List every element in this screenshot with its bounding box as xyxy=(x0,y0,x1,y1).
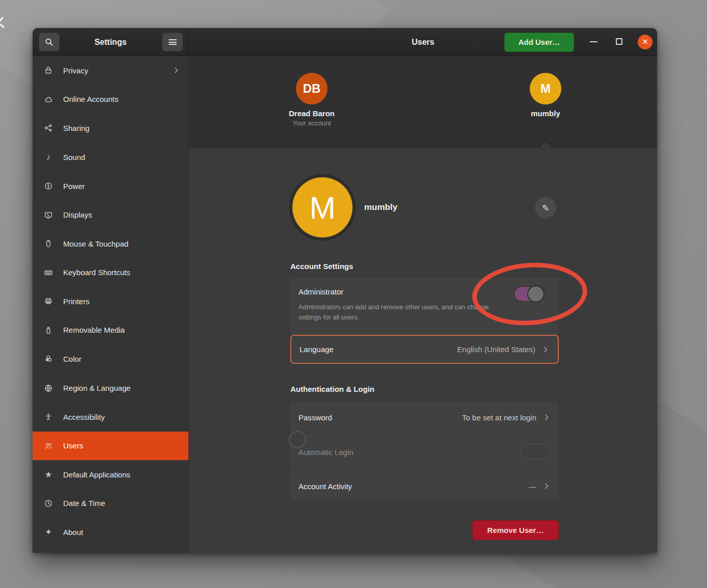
avatar: M xyxy=(292,177,352,237)
settings-sidebar: Privacy Online Accounts Sharing ♪ Sound xyxy=(33,56,189,553)
automatic-login-toggle[interactable] xyxy=(521,444,551,460)
hamburger-icon xyxy=(169,39,177,45)
sidebar-item-label: Sound xyxy=(63,153,85,162)
sidebar-item-color[interactable]: Color xyxy=(33,344,188,373)
settings-window: Settings Users Add User… ✕ Privacy xyxy=(33,28,657,553)
cloud-icon xyxy=(42,95,55,104)
automatic-login-label: Automatic Login xyxy=(298,448,354,457)
add-user-button[interactable]: Add User… xyxy=(504,33,574,52)
star-icon: ★ xyxy=(42,469,55,480)
user-detail-name: mumbly xyxy=(364,202,397,212)
sidebar-item-displays[interactable]: Displays xyxy=(33,201,188,230)
sidebar-item-keyboard-shortcuts[interactable]: Keyboard Shortcuts xyxy=(33,258,188,287)
sidebar-item-label: Default Applications xyxy=(63,470,130,479)
main-headerbar: Users Add User… ✕ xyxy=(189,28,657,56)
account-activity-row[interactable]: Account Activity — xyxy=(290,472,559,500)
sidebar-item-removable-media[interactable]: Removable Media xyxy=(33,316,188,345)
sidebar-item-label: Users xyxy=(63,441,83,450)
users-panel: DB Dread Baron Your account M mumbly M m… xyxy=(189,56,657,553)
sparkle-icon: ✦ xyxy=(42,527,55,538)
lock-icon xyxy=(42,66,55,75)
language-value: English (United States) xyxy=(457,345,535,354)
sidebar-item-label: Color xyxy=(63,355,81,363)
automatic-login-row: Automatic Login xyxy=(290,432,559,472)
chevron-right-icon xyxy=(172,66,180,74)
language-row[interactable]: Language English (United States) xyxy=(290,335,559,364)
globe-icon xyxy=(42,384,55,393)
administrator-card: Administrator Administrators can add and… xyxy=(290,278,559,335)
sidebar-item-power[interactable]: Power xyxy=(33,172,188,201)
toggle-knob xyxy=(527,285,545,303)
users-icon xyxy=(42,441,55,450)
user-carousel: DB Dread Baron Your account M mumbly xyxy=(189,56,657,148)
language-label: Language xyxy=(300,345,334,354)
sidebar-item-sound[interactable]: ♪ Sound xyxy=(33,143,188,172)
maximize-button[interactable] xyxy=(616,38,622,45)
account-settings-heading: Account Settings xyxy=(290,262,353,271)
sidebar-item-date-time[interactable]: Date & Time xyxy=(33,489,188,518)
user-chip-mumbly[interactable]: M mumbly xyxy=(505,73,586,118)
authentication-heading: Authentication & Login xyxy=(290,385,374,393)
color-icon xyxy=(42,354,55,363)
sidebar-item-label: Accessibility xyxy=(63,413,105,421)
minimize-button[interactable] xyxy=(590,41,597,42)
chevron-right-icon xyxy=(542,482,551,490)
sidebar-item-accessibility[interactable]: Accessibility xyxy=(33,403,188,432)
authentication-card: Password To be set at next login Automat… xyxy=(290,403,559,500)
sidebar-item-sharing[interactable]: Sharing xyxy=(33,114,188,143)
rename-user-button[interactable]: ✎ xyxy=(534,197,557,219)
sidebar-item-label: Keyboard Shortcuts xyxy=(63,268,130,277)
user-avatar-button[interactable]: M xyxy=(289,174,356,240)
usb-drive-icon xyxy=(42,326,55,335)
avatar: DB xyxy=(296,73,328,104)
mouse-icon xyxy=(42,239,55,248)
sidebar-item-online-accounts[interactable]: Online Accounts xyxy=(33,85,188,114)
sidebar-item-label: Sharing xyxy=(63,124,90,132)
desktop-cursor-artifact xyxy=(0,17,9,28)
user-name: mumbly xyxy=(531,109,560,118)
chevron-right-icon xyxy=(541,345,550,354)
administrator-toggle[interactable] xyxy=(514,286,543,302)
remove-user-button[interactable]: Remove User… xyxy=(472,520,559,540)
sidebar-item-label: Removable Media xyxy=(63,326,125,334)
sidebar-item-label: Displays xyxy=(63,210,92,219)
sidebar-item-about[interactable]: ✦ About xyxy=(33,518,188,547)
printer-icon xyxy=(42,297,55,306)
close-button[interactable]: ✕ xyxy=(638,35,652,49)
sidebar-item-mouse-touchpad[interactable]: Mouse & Touchpad xyxy=(33,229,188,258)
user-name: Dread Baron xyxy=(289,109,335,118)
avatar: M xyxy=(530,73,561,104)
sidebar-item-privacy[interactable]: Privacy xyxy=(33,56,188,85)
administrator-description: Administrators can add and remove other … xyxy=(298,302,502,323)
music-note-icon: ♪ xyxy=(42,152,55,163)
sidebar-item-region-language[interactable]: Region & Language xyxy=(33,374,188,403)
account-activity-value: — xyxy=(529,482,536,491)
sidebar-item-label: About xyxy=(63,528,83,537)
share-icon xyxy=(42,123,55,132)
primary-menu-button[interactable] xyxy=(162,33,183,51)
administrator-label: Administrator xyxy=(298,287,343,296)
sidebar-item-users[interactable]: Users xyxy=(33,432,188,461)
avatar-initials: M xyxy=(540,82,551,96)
password-value: To be set at next login xyxy=(462,413,536,422)
password-row[interactable]: Password To be set at next login xyxy=(290,403,559,432)
user-chip-your-account[interactable]: DB Dread Baron Your account xyxy=(271,73,352,127)
toggle-knob xyxy=(289,431,306,448)
sidebar-item-label: Date & Time xyxy=(63,499,105,507)
power-icon xyxy=(42,181,55,191)
accessibility-icon xyxy=(42,412,55,421)
avatar-initials: DB xyxy=(303,82,321,96)
password-label: Password xyxy=(298,413,332,422)
sidebar-headerbar: Settings xyxy=(33,28,189,56)
user-subtitle: Your account xyxy=(292,119,331,127)
sidebar-item-default-applications[interactable]: ★ Default Applications xyxy=(33,460,188,489)
account-activity-label: Account Activity xyxy=(298,482,352,491)
sidebar-item-label: Printers xyxy=(63,297,90,306)
sidebar-item-label: Mouse & Touchpad xyxy=(63,239,128,248)
pencil-icon: ✎ xyxy=(542,203,549,213)
sidebar-item-printers[interactable]: Printers xyxy=(33,287,188,316)
chevron-right-icon xyxy=(542,413,551,421)
sidebar-item-label: Region & Language xyxy=(63,384,131,392)
avatar-initials: M xyxy=(309,190,336,226)
sidebar-item-label: Power xyxy=(63,182,85,191)
